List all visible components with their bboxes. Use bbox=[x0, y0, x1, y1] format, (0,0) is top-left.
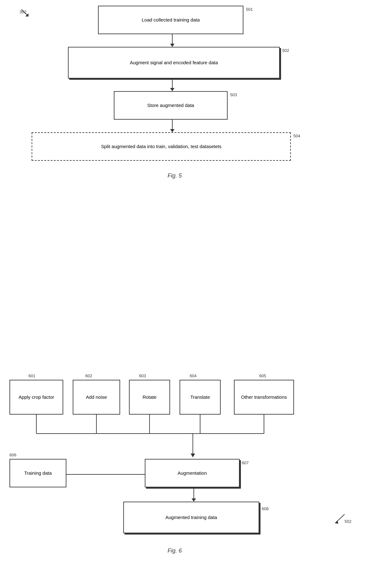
box-502: Augment signal and encoded feature data bbox=[68, 47, 280, 78]
box-605: Other transformations bbox=[234, 380, 294, 415]
ref-605: 605 bbox=[259, 373, 266, 378]
ref-503: 503 bbox=[230, 92, 237, 97]
box-602: Add noise bbox=[73, 380, 120, 415]
fig6-label: Fig. 6 bbox=[168, 548, 182, 554]
arrow-502-ref bbox=[335, 514, 348, 527]
box-608: Augmented training data bbox=[123, 502, 259, 533]
box-503: Store augmented data bbox=[114, 91, 228, 120]
ref-502: 502 bbox=[282, 48, 289, 53]
box-501: Load collected training data bbox=[98, 6, 243, 34]
arrow-501-502 bbox=[170, 34, 175, 47]
ref-504: 504 bbox=[293, 134, 300, 138]
diagram-container: 302 Load collected training data 501 Aug… bbox=[0, 0, 392, 582]
arrow-606-607 bbox=[66, 472, 148, 477]
ref-602: 602 bbox=[85, 373, 92, 378]
box-607: Augmentation bbox=[145, 459, 240, 487]
box-603: Rotate bbox=[129, 380, 170, 415]
fig6-connectors bbox=[0, 0, 392, 582]
box-604: Translate bbox=[180, 380, 221, 415]
svg-marker-11 bbox=[335, 521, 338, 524]
arrow-607-608 bbox=[192, 487, 196, 502]
ref-601: 601 bbox=[28, 373, 35, 378]
arrow-302 bbox=[21, 9, 31, 19]
box-504: Split augmented data into train, validat… bbox=[32, 132, 291, 161]
arrow-502-503 bbox=[170, 78, 175, 91]
ref-603: 603 bbox=[139, 373, 146, 378]
box-601: Apply crop factor bbox=[9, 380, 63, 415]
fig5-label: Fig. 5 bbox=[168, 172, 182, 179]
svg-marker-9 bbox=[191, 454, 195, 457]
ref-606: 606 bbox=[9, 453, 16, 457]
box-606: Training data bbox=[9, 459, 66, 487]
ref-608: 608 bbox=[262, 506, 269, 511]
arrow-503-504 bbox=[170, 120, 175, 132]
ref-604: 604 bbox=[190, 373, 197, 378]
ref-501: 501 bbox=[246, 7, 253, 12]
ref-607: 607 bbox=[242, 460, 249, 465]
